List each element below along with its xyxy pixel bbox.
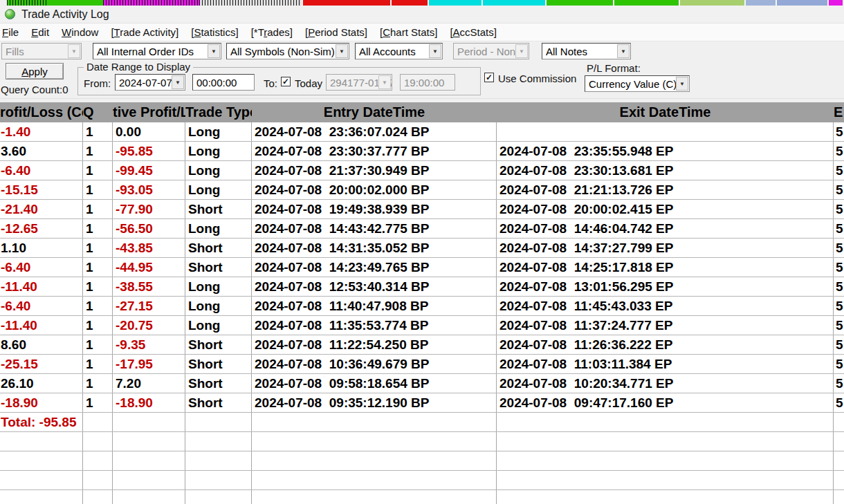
- cell-trade-type: Short: [185, 239, 252, 257]
- notes-dropdown[interactable]: All Notes: [542, 43, 631, 59]
- cell-profit-loss: 8.60: [0, 335, 83, 354]
- symbols-dropdown[interactable]: All Symbols (Non-Sim): [226, 43, 349, 59]
- header-col-entry-price[interactable]: E: [834, 102, 844, 122]
- cell-quantity: 1: [83, 258, 113, 277]
- header-label: Exit DateTime: [620, 104, 711, 120]
- header-col-entry-datetime[interactable]: Entry DateTime: [252, 102, 497, 122]
- cell-cumulative-pl: 7.20: [113, 374, 185, 393]
- cell-value: Short: [188, 241, 223, 256]
- cell-trade-type: Short: [185, 200, 252, 218]
- cell-value: -9.35: [116, 337, 145, 353]
- cell-quantity: 1: [83, 219, 113, 238]
- cell-value: 1: [86, 376, 93, 391]
- cell-trade-type: [185, 413, 252, 431]
- menu-item-text: ile: [8, 26, 19, 38]
- table-row[interactable]: -18.901-18.90Short2024-07-08 09:35:12.19…: [0, 393, 844, 413]
- empty-row[interactable]: [0, 451, 844, 471]
- query-count-label: Query Count:0: [1, 84, 68, 95]
- table-row[interactable]: -11.401-38.55Long2024-07-08 12:53:40.314…: [0, 277, 844, 297]
- table-row[interactable]: -6.401-27.15Long2024-07-08 11:40:47.908 …: [0, 297, 844, 316]
- menu-item-chart-stats[interactable]: [Chart Stats]: [380, 26, 437, 38]
- strip-segment: [103, 0, 199, 6]
- strip-segment: [829, 0, 843, 6]
- table-row[interactable]: -21.401-77.90Short2024-07-08 19:49:38.93…: [0, 200, 844, 219]
- cell-profit-loss: 3.60: [0, 142, 83, 160]
- menu-item-accstats[interactable]: [AccStats]: [450, 26, 497, 38]
- menu-item-text: indow: [71, 26, 98, 38]
- empty-row[interactable]: [0, 432, 844, 451]
- empty-row[interactable]: [0, 471, 844, 490]
- cell-value: -93.05: [116, 183, 153, 198]
- header-col-exit-datetime[interactable]: Exit DateTime: [497, 102, 834, 122]
- cell-value: Short: [188, 357, 223, 372]
- cell-value: 5: [836, 144, 843, 159]
- table-row[interactable]: 3.601-95.85Long2024-07-08 23:30:37.777 B…: [0, 142, 844, 161]
- cell-value: 2024-07-08 09:47:17.160 EP: [499, 395, 673, 411]
- table-row[interactable]: -6.401-44.95Short2024-07-08 14:23:49.765…: [0, 258, 844, 277]
- cell-value: 26.10: [1, 376, 34, 391]
- cell-value: 2024-07-08 11:35:53.774 BP: [255, 318, 428, 333]
- trade-table: -1.4010.00Long2024-07-08 23:36:07.024 BP…: [0, 122, 844, 504]
- cell-entry-price: 5: [834, 180, 844, 199]
- cell-entry-price: 5: [834, 316, 844, 335]
- dropdown-value: All Internal Order IDs: [97, 46, 194, 57]
- cell-value: Total: -95.85: [1, 415, 76, 430]
- cell-value: 2024-07-08 23:30:37.777 BP: [255, 144, 429, 159]
- cell-entry-price: [834, 413, 844, 431]
- menu-item-statistics[interactable]: [Statistics]: [191, 26, 238, 38]
- menu-item-trades[interactable]: [*Trades]: [251, 26, 293, 38]
- header-col-trade-type[interactable]: Trade Type: [185, 102, 252, 122]
- today-checkbox[interactable]: [281, 77, 291, 86]
- header-col-profit-loss[interactable]: rofit/Loss (Cen: [0, 102, 83, 122]
- dropdown-value: All Symbols (Non-Sim): [230, 46, 335, 57]
- header-col-cumulative-pl[interactable]: tive Profit/L: [113, 102, 185, 122]
- from-time-input[interactable]: [192, 74, 255, 91]
- table-row[interactable]: -1.4010.00Long2024-07-08 23:36:07.024 BP…: [0, 122, 844, 142]
- total-row[interactable]: Total: -95.85: [0, 413, 844, 432]
- cell-quantity: 1: [83, 161, 113, 180]
- use-commission-checkbox[interactable]: [484, 73, 494, 82]
- strip-segment: [0, 0, 7, 6]
- empty-row[interactable]: [0, 490, 844, 504]
- cell-entry-datetime: 2024-07-08 12:53:40.314 BP: [252, 277, 497, 296]
- menu-item-trade-activity[interactable]: [Trade Activity]: [111, 26, 178, 38]
- table-row[interactable]: -12.651-56.50Long2024-07-08 14:43:42.775…: [0, 219, 844, 239]
- menu-item-period-stats[interactable]: [Period Stats]: [305, 26, 367, 38]
- cell-entry-datetime: 2024-07-08 14:31:35.052 BP: [252, 239, 497, 257]
- cell-value: 5: [836, 183, 843, 198]
- cell-profit-loss: -18.90: [0, 393, 83, 412]
- strip-segment: [547, 0, 613, 6]
- to-date-dropdown: 294177-01-07: [326, 74, 392, 91]
- cell-entry-price: 5: [834, 142, 844, 160]
- table-row[interactable]: 8.601-9.35Short2024-07-08 11:22:54.250 B…: [0, 335, 844, 355]
- apply-button[interactable]: Apply: [6, 63, 64, 80]
- cell-value: 1: [86, 183, 93, 198]
- table-row[interactable]: -6.401-99.45Long2024-07-08 21:37:30.949 …: [0, 161, 844, 180]
- menu-item-edit[interactable]: Edit: [31, 26, 49, 38]
- pl-format-dropdown[interactable]: Currency Value (C): [585, 75, 690, 92]
- cell-value: 2024-07-08 11:26:36.222 EP: [499, 337, 672, 353]
- menu-item-file[interactable]: File: [2, 26, 19, 38]
- cell-value: -44.95: [116, 260, 153, 275]
- cell-cumulative-pl: -20.75: [113, 316, 185, 335]
- table-row[interactable]: -11.401-20.75Long2024-07-08 11:35:53.774…: [0, 316, 844, 335]
- cell-value: 1: [86, 318, 93, 333]
- table-row[interactable]: -25.151-17.95Short2024-07-08 10:36:49.67…: [0, 355, 844, 374]
- internal-order-ids-dropdown[interactable]: All Internal Order IDs: [93, 43, 221, 59]
- accounts-dropdown[interactable]: All Accounts: [355, 43, 443, 59]
- table-row[interactable]: 26.1017.20Short2024-07-08 09:58:18.654 B…: [0, 374, 844, 393]
- cell-value: 2024-07-08 10:36:49.679 BP: [255, 357, 429, 372]
- menu-item-text: tatistics]: [201, 26, 238, 38]
- menu-item-window[interactable]: Window: [62, 26, 98, 38]
- cell-value: 2024-07-08 14:31:35.052 BP: [255, 241, 429, 256]
- from-date-dropdown[interactable]: 2024-07-07: [115, 74, 185, 91]
- header-col-quantity[interactable]: Q: [83, 102, 113, 122]
- date-range-legend: Date Range to Display: [84, 61, 193, 73]
- cell-profit-loss: -6.40: [0, 297, 83, 315]
- cell-profit-loss: [0, 451, 83, 470]
- chevron-down-icon: [515, 44, 528, 58]
- table-row[interactable]: -15.151-93.05Long2024-07-08 20:00:02.000…: [0, 180, 844, 200]
- table-row[interactable]: 1.101-43.85Short2024-07-08 14:31:35.052 …: [0, 239, 844, 258]
- cell-value: 1: [86, 163, 93, 178]
- cell-quantity: 1: [83, 374, 113, 393]
